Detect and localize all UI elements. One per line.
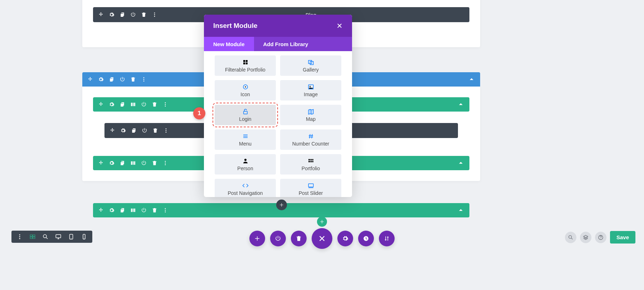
power-icon[interactable] [130,12,136,18]
insert-module-modal: Insert Module New Module Add From Librar… [204,15,352,197]
columns-icon[interactable] [130,207,136,213]
lock-icon [242,108,249,115]
power-icon[interactable] [141,207,147,213]
power-icon[interactable] [142,128,147,133]
duplicate-icon[interactable] [131,128,137,133]
add-module-dark-button[interactable] [276,200,287,210]
more-icon[interactable] [162,102,168,107]
module-item-login[interactable]: Login [215,105,276,125]
gear-icon[interactable] [109,12,114,18]
gear-icon[interactable] [120,128,126,133]
action-bubble-row [249,228,395,249]
gallery-icon [308,59,314,65]
columns-icon[interactable] [130,102,136,107]
sort-bubble-button[interactable] [379,231,395,246]
tab-add-from-library[interactable]: Add From Library [254,37,318,51]
add-row-button[interactable] [317,217,327,227]
move-icon[interactable] [98,207,104,213]
wire-view-button[interactable] [29,234,36,240]
callout-badge: 1 [193,107,205,119]
map-icon [308,108,314,115]
person-icon [242,158,249,164]
module-item-label: Post Slider [299,190,323,196]
image-icon [308,84,314,90]
gear-icon[interactable] [109,207,114,213]
grid4-icon [242,59,249,65]
duplicate-icon[interactable] [119,207,125,213]
dots-view-button[interactable] [16,234,23,240]
tab-new-module[interactable]: New Module [204,37,254,51]
power-icon[interactable] [141,102,147,107]
history-bubble-button[interactable] [358,231,374,246]
module-item-post-slider[interactable]: Post Slider [280,179,341,197]
close-icon[interactable] [336,23,343,29]
help-button[interactable] [595,232,606,243]
duplicate-icon[interactable] [119,12,125,18]
module-item-map[interactable]: Map [280,105,341,125]
trash-icon[interactable] [152,207,157,213]
module-item-label: Icon [240,92,250,97]
phone-view-button[interactable] [81,234,87,240]
hash-icon [308,133,314,139]
tablet-view-button[interactable] [68,234,74,240]
trash-icon[interactable] [130,77,136,82]
power-icon[interactable] [141,160,147,166]
module-item-label: Portfolio [302,166,320,171]
close-bubble-button[interactable] [312,228,332,249]
trash-bubble-button[interactable] [291,231,307,246]
module-item-icon[interactable]: Icon [215,80,276,100]
module-item-person[interactable]: Person [215,154,276,175]
module-item-label: Login [239,116,251,122]
module-item-post-navigation[interactable]: Post Navigation [215,179,276,197]
more-icon[interactable] [141,77,147,82]
trash-icon[interactable] [152,160,157,166]
columns-icon[interactable] [130,160,136,166]
module-item-menu[interactable]: Menu [215,129,276,150]
module-item-portfolio[interactable]: Portfolio [280,154,341,175]
move-icon[interactable] [98,160,104,166]
modal-title: Insert Module [213,22,258,30]
module-item-label: Menu [239,141,252,147]
module-item-number-counter[interactable]: Number Counter [280,129,341,150]
module-item-label: Person [237,166,253,171]
trash-icon[interactable] [152,128,158,133]
gear-bubble-button[interactable] [337,231,353,246]
module-item-label: Map [306,116,316,122]
chevron-up-icon[interactable] [457,159,464,167]
duplicate-icon[interactable] [119,102,125,107]
zoom-button[interactable] [565,232,576,243]
desktop-view-button[interactable] [55,234,62,240]
module-item-gallery[interactable]: Gallery [280,55,341,76]
module-item-label: Image [304,92,318,97]
power-bubble-button[interactable] [270,231,286,246]
more-icon[interactable] [163,128,169,133]
module-item-label: Post Navigation [228,190,263,196]
chevron-up-icon[interactable] [457,101,464,108]
duplicate-icon[interactable] [119,160,125,166]
gear-icon[interactable] [98,77,104,82]
grid6-icon [308,158,314,164]
trash-icon[interactable] [141,12,147,18]
gear-icon[interactable] [109,102,114,107]
save-button[interactable]: Save [610,231,635,244]
move-icon[interactable] [98,102,104,107]
chevron-up-icon[interactable] [457,207,464,214]
more-icon[interactable] [162,160,168,166]
more-icon[interactable] [152,12,157,18]
duplicate-icon[interactable] [109,77,114,82]
more-icon[interactable] [162,207,168,213]
plus-bubble-button[interactable] [249,231,265,246]
power-icon[interactable] [119,77,125,82]
move-icon[interactable] [87,77,93,82]
move-icon[interactable] [98,12,104,18]
module-item-label: Filterable Portfolio [225,67,265,73]
chevron-up-icon[interactable] [468,76,475,83]
move-icon[interactable] [109,128,115,133]
trash-icon[interactable] [152,102,157,107]
gear-icon[interactable] [109,160,114,166]
layers-button[interactable] [580,232,591,243]
zoom-view-button[interactable] [42,234,49,240]
target-icon [242,84,249,90]
module-item-filterable-portfolio[interactable]: Filterable Portfolio [215,55,276,76]
module-item-image[interactable]: Image [280,80,341,100]
